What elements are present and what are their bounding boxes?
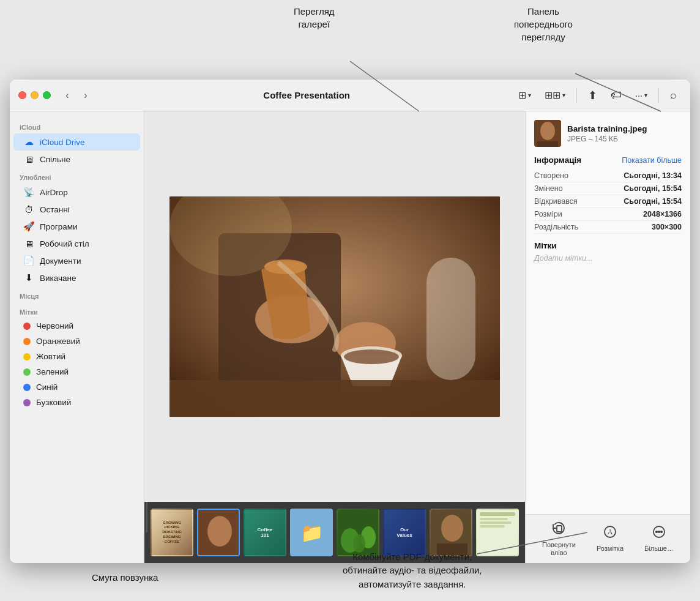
maximize-button[interactable]	[43, 91, 51, 99]
sidebar-item-label: AirDrop	[40, 188, 68, 197]
svg-rect-13	[426, 258, 475, 380]
svg-point-25	[540, 122, 555, 140]
sidebar-item-shared[interactable]: 🖥 Спільне	[13, 151, 140, 168]
chevron-down-icon: ▾	[528, 92, 531, 99]
sidebar-item-tag-yellow[interactable]: Жовтий	[13, 349, 140, 364]
sidebar-item-recents[interactable]: ⏱ Останні	[13, 201, 140, 218]
search-icon: ⌕	[670, 89, 677, 102]
apps-icon: 🚀	[23, 221, 34, 232]
sidebar-item-label: iCloud Drive	[40, 138, 85, 147]
content-area: iCloud ☁ iCloud Drive 🖥 Спільне Улюблені…	[10, 111, 690, 563]
toolbar-right: ⊞ ▾ ⊞⊞ ▾ ⬆ 🏷 ··· ▾ ⌕	[513, 86, 682, 105]
sidebar-item-label: Зелений	[36, 367, 69, 376]
sidebar-section-favorites: Улюблені	[10, 168, 144, 184]
view-toggle-button[interactable]: ⊞ ▾	[513, 87, 536, 103]
sidebar-item-downloads[interactable]: ⬇ Викачане	[13, 269, 140, 286]
markup-icon: A	[603, 524, 617, 542]
sidebar-section-places: Місця	[10, 286, 144, 302]
thumbnail-7[interactable]	[430, 509, 472, 556]
main-preview-area: GROWINGPICKINGROASTINGBREWINGCOFFEE Coff…	[144, 111, 525, 563]
window-title: Coffee Presentation	[100, 90, 513, 100]
svg-rect-26	[537, 141, 558, 147]
opened-label: Відкривався	[534, 197, 578, 206]
sidebar-item-airdrop[interactable]: 📡 AirDrop	[13, 184, 140, 201]
share-button[interactable]: ⬆	[583, 86, 602, 105]
search-button[interactable]: ⌕	[665, 86, 682, 104]
thumbnail-2[interactable]	[197, 509, 240, 556]
svg-point-32	[658, 531, 660, 532]
icloud-drive-icon: ☁	[23, 136, 34, 147]
opened-value: Сьогодні, 15:54	[624, 197, 682, 206]
tag-yellow-dot	[23, 353, 31, 360]
thumbnail-1[interactable]: GROWINGPICKINGROASTINGBREWINGCOFFEE	[151, 509, 193, 556]
file-type-size: JPEG – 145 КБ	[567, 135, 647, 143]
sidebar-item-icloud-drive[interactable]: ☁ iCloud Drive	[13, 133, 140, 151]
file-header: Barista training.jpeg JPEG – 145 КБ	[534, 120, 682, 147]
titlebar: ‹ › Coffee Presentation ⊞ ▾ ⊞⊞ ▾ ⬆ 🏷 ··	[10, 80, 690, 111]
thumbnail-4[interactable]: 📁	[290, 509, 333, 556]
nav-buttons: ‹ ›	[59, 88, 94, 103]
tag-purple-dot	[23, 399, 31, 406]
sidebar: iCloud ☁ iCloud Drive 🖥 Спільне Улюблені…	[10, 111, 144, 563]
sidebar-section-icloud: iCloud	[10, 118, 144, 133]
back-button[interactable]: ‹	[59, 88, 75, 103]
right-panel-actions: Повернутивліво A Розмітка	[526, 514, 690, 563]
rotate-left-button[interactable]: Повернутивліво	[536, 517, 582, 561]
created-label: Створено	[534, 171, 568, 180]
svg-rect-12	[169, 380, 500, 417]
forward-button[interactable]: ›	[78, 88, 94, 103]
documents-icon: 📄	[23, 255, 34, 266]
sidebar-section-tags: Мітки	[10, 302, 144, 318]
created-value: Сьогодні, 13:34	[624, 171, 682, 180]
tags-button[interactable]: 🏷	[606, 86, 627, 104]
info-section-title: Інформація	[534, 155, 581, 165]
tag-blue-dot	[23, 384, 31, 391]
show-more-link[interactable]: Показати більше	[622, 156, 682, 165]
tag-green-dot	[23, 368, 31, 376]
info-row-resolution: Роздільність 300×300	[534, 221, 682, 234]
sidebar-item-label: Викачане	[40, 274, 76, 283]
svg-text:A: A	[608, 528, 613, 536]
more-actions-button[interactable]: Більше…	[638, 521, 680, 556]
more-chevron-icon: ▾	[644, 92, 647, 99]
desktop-icon: 🖥	[23, 238, 34, 249]
thumbnail-5[interactable]	[337, 509, 379, 556]
sidebar-item-apps[interactable]: 🚀 Програми	[13, 218, 140, 235]
svg-rect-23	[437, 543, 467, 556]
minimize-button[interactable]	[31, 91, 39, 99]
file-thumbnail	[534, 120, 561, 147]
resolution-label: Роздільність	[534, 223, 578, 231]
tags-icon: 🏷	[611, 89, 622, 102]
airdrop-icon: 📡	[23, 187, 34, 198]
sidebar-item-tag-red[interactable]: Червоний	[13, 318, 140, 334]
sidebar-item-label: Синій	[36, 383, 58, 392]
modified-value: Сьогодні, 15:54	[624, 184, 682, 193]
sidebar-item-tag-orange[interactable]: Оранжевий	[13, 334, 140, 349]
sidebar-item-tag-blue[interactable]: Синій	[13, 379, 140, 395]
sidebar-item-desktop[interactable]: 🖥 Робочий стіл	[13, 235, 140, 252]
thumbnail-3[interactable]: Coffee101	[244, 509, 286, 556]
modified-label: Змінено	[534, 184, 563, 193]
info-row-opened: Відкривався Сьогодні, 15:54	[534, 195, 682, 208]
sidebar-item-documents[interactable]: 📄 Документи	[13, 252, 140, 269]
tag-orange-dot	[23, 338, 31, 345]
sidebar-item-tag-green[interactable]: Зелений	[13, 364, 140, 379]
close-button[interactable]	[18, 91, 26, 99]
preview-image-area	[144, 111, 525, 502]
svg-rect-27	[557, 526, 562, 532]
group-icon: ⊞⊞	[545, 89, 560, 101]
group-chevron-icon: ▾	[562, 92, 565, 99]
file-info: Barista training.jpeg JPEG – 145 КБ	[567, 124, 647, 143]
more-button[interactable]: ··· ▾	[630, 88, 652, 103]
sidebar-item-label: Документи	[40, 256, 81, 266]
sidebar-item-tag-purple[interactable]: Бузковий	[13, 395, 140, 410]
tags-placeholder[interactable]: Додати мітки...	[534, 254, 682, 263]
markup-button[interactable]: A Розмітка	[590, 521, 630, 556]
svg-point-33	[661, 531, 662, 532]
preview-image	[169, 196, 500, 417]
group-button[interactable]: ⊞⊞ ▾	[540, 87, 570, 103]
thumbnail-8[interactable]	[476, 509, 519, 556]
preview-panel-callout: Панельпопередньогоперегляду	[514, 5, 573, 43]
tags-section: Мітки Додати мітки...	[534, 241, 682, 263]
thumbnail-6[interactable]: OurValues	[383, 509, 426, 556]
